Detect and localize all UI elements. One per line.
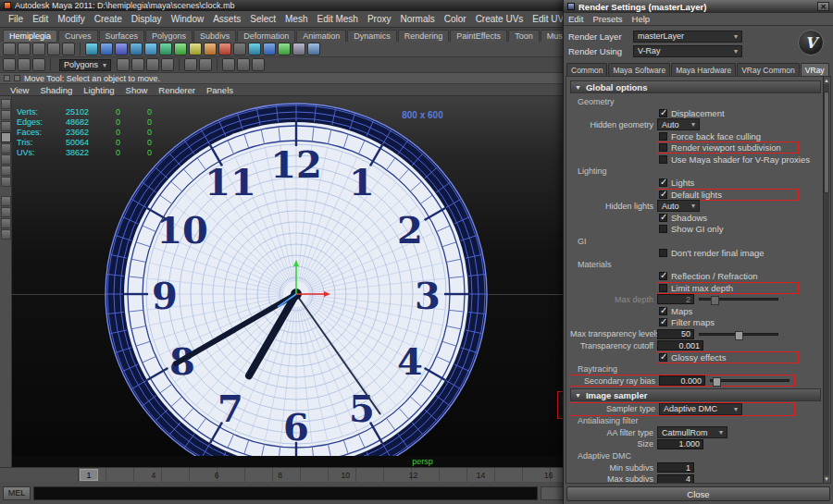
section-image-sampler[interactable]: ▼ Image sampler	[570, 388, 821, 401]
menu-item[interactable]: Edit	[28, 14, 53, 24]
hidden-lights-dropdown[interactable]: Auto	[657, 200, 700, 212]
shelf-icon[interactable]	[307, 43, 320, 55]
panel-menu-item[interactable]: Panels	[201, 85, 239, 95]
panel-menu-item[interactable]: Show	[120, 85, 154, 95]
max-depth-field[interactable]: 2	[657, 294, 694, 304]
close-button[interactable]: Close	[566, 486, 830, 501]
aa-filter-type-dropdown[interactable]: CatmullRom	[657, 426, 727, 438]
dont-render-final-checkbox[interactable]	[659, 249, 667, 257]
show-gi-only-checkbox[interactable]	[659, 225, 667, 233]
shelf-icon[interactable]	[278, 43, 291, 55]
menu-item[interactable]: Edit Mesh	[312, 14, 362, 24]
shelf-icon[interactable]	[233, 43, 246, 55]
scroll-up-icon[interactable]: ▲	[824, 77, 829, 84]
history-icon[interactable]	[184, 58, 197, 71]
render-using-dropdown[interactable]: V-Ray	[633, 45, 742, 57]
default-lights-checkbox[interactable]	[659, 191, 667, 199]
timeline-tick-label[interactable]: 12	[409, 471, 417, 480]
glossy-effects-checkbox[interactable]	[659, 353, 667, 362]
hidden-geometry-dropdown[interactable]: Auto	[657, 118, 700, 130]
menu-item[interactable]: Select	[245, 14, 280, 24]
menu-item[interactable]: Color	[440, 14, 471, 24]
shelf-icon[interactable]	[218, 43, 231, 55]
shelf-icon[interactable]	[204, 43, 217, 55]
render-current-frame-icon[interactable]	[222, 58, 235, 71]
render-settings-tab[interactable]: VRay	[801, 63, 829, 76]
current-frame-marker[interactable]: 1	[80, 469, 98, 481]
size-field[interactable]: 1.000	[657, 439, 703, 449]
max-transparency-slider[interactable]	[699, 333, 778, 336]
shelf-tab[interactable]: Subdivs	[193, 30, 236, 42]
max-depth-slider[interactable]	[699, 298, 778, 301]
menu-item[interactable]: Normals	[396, 14, 440, 24]
paint-select-tool-icon[interactable]	[1, 121, 11, 131]
shelf-icon[interactable]	[47, 43, 60, 55]
shelf-icon[interactable]	[263, 43, 276, 55]
sidebar-toggle-icon[interactable]	[14, 75, 20, 81]
render-settings-menu-item[interactable]: Presets	[592, 14, 622, 24]
shelf-icon[interactable]	[130, 43, 143, 55]
shelf-icon[interactable]	[189, 43, 202, 55]
shelf-icon[interactable]	[292, 43, 305, 55]
displacement-checkbox[interactable]	[659, 109, 667, 117]
rotate-tool-icon[interactable]	[1, 143, 11, 154]
timeline-tick-label[interactable]: 16	[544, 471, 553, 480]
force-back-face-checkbox[interactable]	[659, 132, 667, 141]
menu-item[interactable]: Create UVs	[471, 14, 528, 24]
shelf-icon[interactable]	[144, 43, 157, 55]
transparency-cutoff-field[interactable]: 0.001	[657, 340, 703, 350]
scrollbar[interactable]: ▲ ▼	[823, 77, 829, 483]
shelf-tab[interactable]: Toon	[508, 30, 540, 42]
soft-mod-tool-icon[interactable]	[1, 177, 11, 187]
snap-curve-icon[interactable]	[131, 58, 144, 71]
shelf-tab[interactable]: Dynamics	[347, 30, 397, 42]
status-icon[interactable]	[18, 58, 31, 71]
maps-checkbox[interactable]	[659, 307, 667, 315]
status-icon[interactable]	[3, 58, 16, 71]
snap-point-icon[interactable]	[146, 58, 159, 71]
shelf-tab[interactable]: Curves	[58, 30, 98, 42]
hypershade-layout-icon[interactable]	[1, 229, 11, 240]
shelf-tab[interactable]: PaintEffects	[450, 30, 507, 42]
ipr-render-icon[interactable]	[237, 58, 250, 71]
selection-mask-dropdown[interactable]: Polygons	[59, 59, 111, 71]
shelf-icon[interactable]	[159, 43, 172, 55]
menu-item[interactable]: Window	[167, 14, 209, 24]
render-settings-tab[interactable]: Maya Hardware	[671, 63, 736, 76]
max-transparency-field[interactable]: 50	[657, 329, 694, 339]
menu-item[interactable]: Mesh	[280, 14, 312, 24]
menu-item[interactable]: Modify	[53, 14, 89, 24]
menu-item[interactable]: Create	[90, 14, 127, 24]
panel-menu-item[interactable]: Shading	[34, 85, 78, 95]
four-pane-layout-icon[interactable]	[1, 207, 11, 217]
section-global-options[interactable]: ▼ Global options	[570, 80, 821, 93]
snap-grid-icon[interactable]	[117, 58, 130, 71]
scale-tool-icon[interactable]	[1, 154, 11, 165]
shelf-icon[interactable]	[18, 43, 31, 55]
lights-checkbox[interactable]	[659, 178, 667, 187]
command-input[interactable]	[33, 486, 538, 500]
render-settings-menu-item[interactable]: Edit	[568, 14, 583, 24]
shelf-icon[interactable]	[85, 43, 98, 55]
shelf-icon[interactable]	[248, 43, 261, 55]
render-settings-icon[interactable]	[252, 58, 265, 71]
menu-item[interactable]: Display	[127, 14, 167, 24]
shelf-tab[interactable]: Rendering	[398, 30, 450, 42]
shelf-tab[interactable]: Deformation	[237, 30, 295, 42]
timeline-tick-label[interactable]: 6	[215, 471, 219, 480]
render-viewport-subdivision-checkbox[interactable]	[659, 143, 667, 152]
timeline-tick-label[interactable]: 8	[278, 471, 282, 480]
close-window-icon[interactable]: ✕	[817, 2, 829, 11]
panel-menu-item[interactable]: View	[5, 85, 34, 95]
render-settings-tab[interactable]: Maya Software	[608, 63, 670, 76]
render-settings-tab[interactable]: Common	[566, 63, 607, 76]
render-settings-tab[interactable]: VRay Common	[737, 63, 800, 76]
persp-outliner-layout-icon[interactable]	[1, 218, 11, 228]
timeline-tick-label[interactable]: 10	[342, 471, 350, 480]
shadows-checkbox[interactable]	[659, 214, 667, 222]
max-subdivs-field[interactable]: 4	[657, 474, 694, 484]
universal-manipulator-icon[interactable]	[1, 166, 11, 176]
menu-item[interactable]: Assets	[208, 14, 245, 24]
use-maya-shader-checkbox[interactable]	[659, 155, 667, 164]
shelf-icon[interactable]	[3, 43, 16, 55]
